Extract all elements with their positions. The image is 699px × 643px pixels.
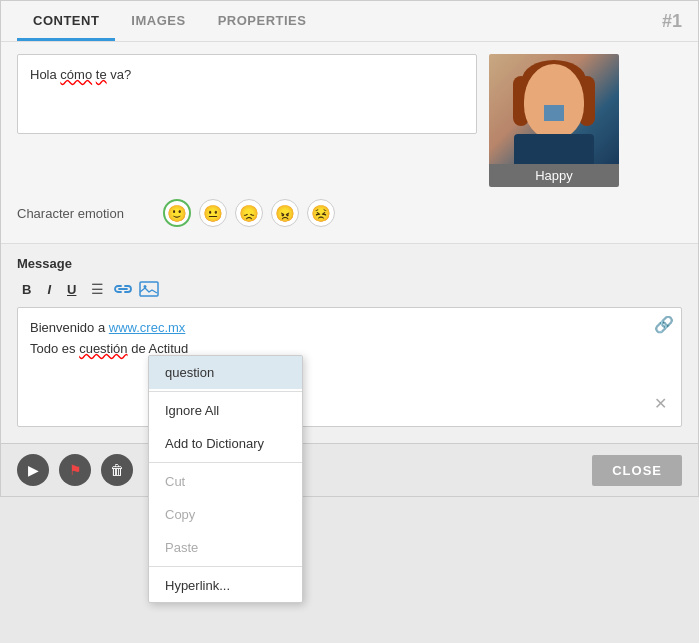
context-menu-ignore-all[interactable]: Ignore All — [149, 394, 302, 427]
context-menu-hyperlink[interactable]: Hyperlink... — [149, 569, 302, 602]
top-row: Hola cómo te va? Happy — [17, 54, 682, 187]
context-menu-cut: Cut — [149, 465, 302, 498]
context-menu-divider3 — [149, 566, 302, 567]
message-section: Message B I U ☰ — [1, 244, 698, 443]
emotion-disgusted[interactable]: 😣 — [307, 199, 335, 227]
bold-button[interactable]: B — [17, 280, 36, 299]
link-icon[interactable] — [113, 279, 133, 299]
message-toolbar: B I U ☰ — [17, 279, 682, 299]
avatar-body — [514, 134, 594, 164]
context-menu-divider2 — [149, 462, 302, 463]
message-line2: Todo es cuestión de Actitud — [30, 339, 669, 360]
message-text-rest: de Actitud — [128, 341, 189, 356]
message-editor[interactable]: Bienvenido a www.crec.mx Todo es cuestió… — [17, 307, 682, 427]
close-x-icon[interactable]: ✕ — [654, 394, 674, 413]
content-text-end: va? — [107, 67, 132, 82]
page-wrapper: CONTENT IMAGES PROPERTIES #1 Hola cómo t… — [0, 0, 699, 497]
content-text-wavy2: te — [96, 67, 107, 82]
context-menu-copy: Copy — [149, 498, 302, 531]
close-button[interactable]: CLOSE — [592, 455, 682, 486]
delete-button[interactable]: 🗑 — [101, 454, 133, 486]
character-emotion-label: Character emotion — [17, 206, 147, 221]
message-link[interactable]: www.crec.mx — [109, 320, 186, 335]
message-text-cuestion: cuestión — [79, 341, 127, 356]
tab-content[interactable]: CONTENT — [17, 1, 115, 41]
tab-badge: #1 — [662, 11, 682, 32]
emotion-icons: 🙂 😐 😞 😠 😣 — [163, 199, 335, 227]
emotion-happy[interactable]: 🙂 — [163, 199, 191, 227]
tab-properties[interactable]: PROPERTIES — [202, 1, 323, 41]
message-label: Message — [17, 256, 682, 271]
message-text-bienvenido: Bienvenido a — [30, 320, 109, 335]
context-menu: question Ignore All Add to Dictionary Cu… — [148, 355, 303, 603]
editor-right-icons: 🔗 ✕ — [654, 315, 674, 413]
italic-button[interactable]: I — [42, 280, 56, 299]
character-row: Character emotion 🙂 😐 😞 😠 😣 — [17, 199, 682, 227]
content-section: Hola cómo te va? Happy Ch — [1, 42, 698, 244]
link-chain-icon[interactable]: 🔗 — [654, 315, 674, 334]
message-text-todo: Todo es — [30, 341, 79, 356]
list-icon[interactable]: ☰ — [87, 279, 107, 299]
underline-button[interactable]: U — [62, 280, 81, 299]
context-menu-divider1 — [149, 391, 302, 392]
content-text-normal: Hola — [30, 67, 60, 82]
play-button[interactable]: ▶ — [17, 454, 49, 486]
flag-button[interactable]: ⚑ — [59, 454, 91, 486]
avatar-label: Happy — [489, 164, 619, 187]
avatar-image — [489, 54, 619, 164]
avatar-collar — [544, 105, 564, 121]
bottom-bar: ▶ ⚑ 🗑 CLOSE — [1, 443, 698, 496]
context-menu-add-to-dictionary[interactable]: Add to Dictionary — [149, 427, 302, 460]
context-menu-paste: Paste — [149, 531, 302, 564]
emotion-neutral[interactable]: 😐 — [199, 199, 227, 227]
content-textarea[interactable]: Hola cómo te va? — [17, 54, 477, 134]
image-icon[interactable] — [139, 279, 159, 299]
context-menu-question[interactable]: question — [149, 356, 302, 389]
bottom-actions: ▶ ⚑ 🗑 — [17, 454, 133, 486]
tab-bar: CONTENT IMAGES PROPERTIES #1 — [1, 1, 698, 42]
message-line1: Bienvenido a www.crec.mx — [30, 318, 669, 339]
main-container: CONTENT IMAGES PROPERTIES #1 Hola cómo t… — [0, 0, 699, 497]
avatar-face — [524, 64, 584, 139]
svg-rect-0 — [140, 282, 158, 296]
emotion-sad[interactable]: 😞 — [235, 199, 263, 227]
message-editor-wrapper: Bienvenido a www.crec.mx Todo es cuestió… — [17, 307, 682, 427]
tab-images[interactable]: IMAGES — [115, 1, 201, 41]
emotion-angry[interactable]: 😠 — [271, 199, 299, 227]
content-text-wavy1: cómo — [60, 67, 92, 82]
avatar-box: Happy — [489, 54, 619, 187]
